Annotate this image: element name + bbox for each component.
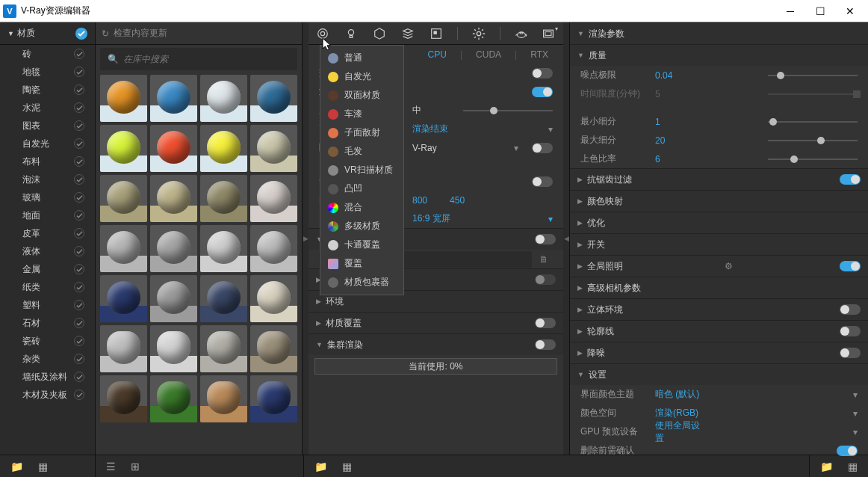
engine-selector[interactable]: CPU| CUDA| RTX (424, 48, 553, 61)
color-ratio-value[interactable]: 6 (655, 154, 700, 164)
minimize-button[interactable]: ─ (775, 1, 805, 22)
teapot-render-button[interactable] (514, 26, 529, 41)
min-sub-value[interactable]: 1 (655, 117, 700, 127)
material-thumb[interactable] (200, 275, 247, 322)
category-item[interactable]: 地毯 (0, 63, 95, 81)
section-stereo[interactable]: ▶立体环境 (570, 299, 868, 320)
category-item[interactable]: 布料 (0, 153, 95, 170)
category-item[interactable]: 瓷砖 (0, 332, 95, 350)
grid-icon-2[interactable]: ▦ (342, 461, 352, 473)
material-menu-item[interactable]: 材质包裹器 (320, 273, 403, 292)
category-item[interactable]: 塑料 (0, 296, 95, 314)
material-menu-item[interactable]: 自发光 (320, 67, 403, 86)
material-thumb[interactable] (150, 75, 197, 122)
swarm-toggle[interactable] (535, 339, 556, 350)
material-thumb[interactable] (100, 125, 147, 172)
category-item[interactable]: 木材及夹板 (0, 386, 95, 404)
max-sub-slider[interactable] (768, 140, 858, 141)
min-sub-slider[interactable] (768, 121, 858, 123)
material-menu-item[interactable]: 混合 (320, 198, 403, 217)
stereo-toggle[interactable] (840, 304, 861, 315)
aspect-value[interactable]: 16:9 宽屏 (412, 212, 450, 225)
refresh-icon[interactable]: ↻ (102, 28, 109, 39)
section-aa[interactable]: ▶抗锯齿过滤 (570, 169, 868, 190)
material-thumb[interactable] (200, 325, 247, 372)
grid-icon-3[interactable]: ▦ (848, 461, 858, 473)
category-item[interactable]: 自发光 (0, 135, 95, 153)
sidebar-tab-materials[interactable]: ▼ 材质 (0, 22, 95, 45)
material-menu-item[interactable]: 覆盖 (320, 254, 403, 273)
category-item[interactable]: 陶瓷 (0, 81, 95, 99)
noise-slider[interactable] (768, 75, 858, 76)
material-menu-item[interactable]: 卡通覆盖 (320, 236, 403, 254)
material-thumb[interactable] (150, 325, 197, 372)
section-camera[interactable]: ▶高级相机参数 (570, 277, 868, 298)
category-item[interactable]: 地面 (0, 206, 95, 224)
section-color-map[interactable]: ▶颜色映射 (570, 191, 868, 212)
engine-cpu[interactable]: CPU (424, 48, 451, 61)
section-quality[interactable]: ▼质量 (570, 45, 868, 66)
category-item[interactable]: 液体 (0, 242, 95, 260)
section-render-params[interactable]: ▼渲染参数 (570, 23, 868, 44)
interactive-toggle[interactable] (532, 68, 553, 79)
material-menu-item[interactable]: 普通 (320, 49, 403, 67)
settings-gear-button[interactable] (471, 26, 486, 41)
material-thumb[interactable] (150, 225, 197, 272)
material-thumb[interactable] (250, 225, 297, 272)
engine-cuda[interactable]: CUDA (471, 48, 506, 61)
animation-toggle[interactable] (535, 274, 556, 285)
material-menu-item[interactable]: 毛发 (320, 142, 403, 161)
section-settings[interactable]: ▼设置 (570, 364, 868, 385)
aa-toggle[interactable] (840, 174, 861, 185)
material-thumb[interactable] (150, 175, 197, 222)
list-view-icon[interactable]: ☰ (106, 461, 116, 473)
contour-toggle[interactable] (840, 326, 861, 336)
material-thumb[interactable] (100, 225, 147, 272)
engine-rtx[interactable]: RTX (526, 48, 553, 61)
category-item[interactable]: 图表 (0, 117, 95, 135)
material-thumb[interactable] (100, 175, 147, 222)
gi-options-icon[interactable]: ⚙ (725, 261, 733, 271)
frame-button[interactable]: ▾ (542, 26, 557, 41)
category-item[interactable]: 泡沫 (0, 170, 95, 188)
material-thumb[interactable] (100, 325, 147, 372)
material-thumb[interactable] (200, 225, 247, 272)
material-menu-item[interactable]: 多级材质 (320, 217, 403, 236)
folder-icon-2[interactable]: 📁 (314, 461, 327, 473)
denoiser-value[interactable]: V-Ray (412, 143, 437, 153)
layers-button[interactable] (400, 26, 415, 41)
category-item[interactable]: 玻璃 (0, 188, 95, 206)
theme-value[interactable]: 暗色 (默认) (655, 388, 700, 401)
material-thumb[interactable] (250, 375, 297, 422)
material-thumb[interactable] (250, 75, 297, 122)
close-button[interactable]: ✕ (835, 1, 865, 22)
material-create-button[interactable] (315, 26, 330, 41)
mat-override-toggle[interactable] (535, 318, 556, 328)
section-denoise[interactable]: ▶降噪 (570, 342, 868, 363)
file-browse-icon[interactable]: 🗎 (539, 254, 553, 265)
section-swarm[interactable]: ▼集群渲染 (309, 334, 563, 355)
tree-view-icon[interactable]: ⊞ (131, 461, 140, 473)
gi-toggle[interactable] (840, 261, 861, 271)
material-thumb[interactable] (100, 75, 147, 122)
category-item[interactable]: 纸类 (0, 278, 95, 296)
material-thumb[interactable] (200, 75, 247, 122)
save-image-toggle[interactable] (535, 234, 556, 244)
category-item[interactable]: 皮革 (0, 224, 95, 242)
section-contour[interactable]: ▶轮廓线 (570, 321, 868, 342)
folder-icon-3[interactable]: 📁 (820, 461, 833, 473)
search-input[interactable] (123, 54, 290, 64)
maximize-button[interactable]: ☐ (805, 1, 835, 22)
collapse-handle-right[interactable]: ◀ (563, 22, 569, 455)
noise-value[interactable]: 0.04 (655, 70, 700, 81)
section-mat-override[interactable]: ▶材质覆盖 (309, 313, 563, 333)
category-item[interactable]: 石材 (0, 314, 95, 332)
confirm-del-toggle[interactable] (837, 446, 858, 456)
grid-icon[interactable]: ▦ (38, 461, 48, 473)
collapse-handle-left[interactable]: ▶ (303, 22, 309, 455)
category-item[interactable]: 金属 (0, 260, 95, 278)
material-thumb[interactable] (150, 125, 197, 172)
section-optimize[interactable]: ▶优化 (570, 212, 868, 233)
safe-frame-toggle[interactable] (532, 176, 553, 187)
material-menu-item[interactable]: 子面散射 (320, 123, 403, 142)
